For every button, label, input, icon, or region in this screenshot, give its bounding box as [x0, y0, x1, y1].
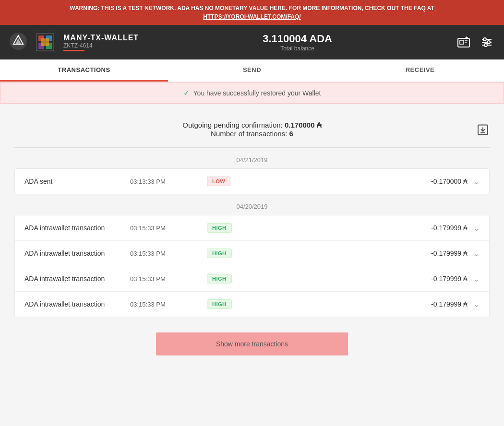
svg-point-19: [484, 44, 487, 47]
chevron-down-icon[interactable]: ⌄: [473, 274, 480, 284]
badge-high: HIGH: [207, 299, 232, 309]
badge-high: HIGH: [207, 248, 232, 258]
balance-amount: 3.110004 ADA: [139, 33, 456, 45]
chevron-down-icon[interactable]: ⌄: [473, 224, 480, 233]
tx-group-0: 04/21/2019 ADA sent 03:13:33 PM LOW -0.1…: [14, 152, 490, 194]
tx-amount: -0.179999 ₳: [245, 300, 473, 308]
date-divider-1: 04/20/2019: [14, 198, 490, 215]
tx-count-label: Number of transactions:: [211, 130, 287, 138]
header-center: 3.110004 ADA Total balance: [139, 33, 456, 52]
nav-tabs: TRANSACTIONS SEND RECEIVE: [0, 59, 504, 82]
header-right: [456, 35, 494, 50]
warning-link[interactable]: HTTPS://YOROI-WALLET.COM/FAQ/: [203, 13, 300, 20]
table-row[interactable]: ADA sent 03:13:33 PM LOW -0.170000 ₳ ⌄: [15, 169, 489, 194]
tx-badge: HIGH: [207, 299, 245, 309]
warning-banner: WARNING: THIS IS A TEST NETWORK. ADA HAS…: [0, 0, 504, 25]
tab-transactions[interactable]: TRANSACTIONS: [0, 59, 168, 82]
tx-group-rows-0: ADA sent 03:13:33 PM LOW -0.170000 ₳ ⌄: [14, 168, 490, 194]
tx-badge: HIGH: [207, 223, 245, 233]
tx-type: ADA intrawallet transaction: [24, 300, 130, 308]
pending-label: Outgoing pending confirmation:: [182, 121, 282, 129]
wallet-avatar: [35, 32, 56, 53]
tx-time: 03:15:33 PM: [130, 250, 207, 257]
chevron-down-icon[interactable]: ⌄: [473, 177, 480, 186]
active-indicator: [63, 50, 84, 51]
tx-type: ADA intrawallet transaction: [24, 224, 130, 232]
wallet-id: ZKTZ-4614: [63, 42, 139, 49]
header: MANY-TX-WALLET ZKTZ-4614 3.110004 ADA To…: [0, 25, 504, 59]
header-left: MANY-TX-WALLET ZKTZ-4614: [10, 32, 139, 53]
tx-amount: -0.179999 ₳: [245, 249, 473, 257]
success-banner: ✓ You have successfully restored your Wa…: [0, 82, 504, 104]
svg-rect-9: [41, 38, 49, 46]
warning-text: WARNING: THIS IS A TEST NETWORK. ADA HAS…: [70, 5, 434, 12]
success-text: You have successfully restored your Wall…: [193, 89, 321, 97]
tx-badge: HIGH: [207, 274, 245, 284]
tab-send[interactable]: SEND: [168, 59, 336, 82]
date-divider-0: 04/21/2019: [14, 152, 490, 168]
chevron-down-icon[interactable]: ⌄: [473, 300, 480, 309]
show-more-container: Show more transactions: [14, 321, 490, 367]
badge-low: LOW: [207, 177, 230, 186]
tx-time: 03:15:33 PM: [130, 301, 207, 308]
tx-group-rows-1: ADA intrawallet transaction 03:15:33 PM …: [14, 215, 490, 317]
table-row[interactable]: ADA intrawallet transaction 03:15:33 PM …: [15, 292, 489, 317]
success-icon: ✓: [183, 88, 190, 97]
svg-point-18: [487, 41, 490, 44]
wallet-info: MANY-TX-WALLET ZKTZ-4614: [63, 34, 139, 51]
export-button[interactable]: [476, 123, 490, 138]
tx-amount: -0.179999 ₳: [245, 275, 473, 283]
tab-receive[interactable]: RECEIVE: [336, 59, 504, 82]
tx-type: ADA intrawallet transaction: [24, 275, 130, 283]
tx-group-1: 04/20/2019 ADA intrawallet transaction 0…: [14, 198, 490, 317]
tx-badge: HIGH: [207, 248, 245, 258]
tx-badge: LOW: [207, 177, 245, 186]
send-icon-btn[interactable]: [456, 35, 471, 50]
badge-high: HIGH: [207, 274, 232, 284]
wallet-name: MANY-TX-WALLET: [63, 34, 139, 42]
table-row[interactable]: ADA intrawallet transaction 03:15:33 PM …: [15, 266, 489, 292]
content-area: Outgoing pending confirmation: 0.170000 …: [0, 104, 504, 377]
tx-time: 03:13:33 PM: [130, 178, 207, 185]
tx-amount: -0.170000 ₳: [245, 178, 473, 185]
pending-amount: 0.170000 ₳: [285, 121, 322, 129]
table-row[interactable]: ADA intrawallet transaction 03:15:33 PM …: [15, 241, 489, 266]
summary-section: Outgoing pending confirmation: 0.170000 …: [14, 113, 490, 147]
badge-high: HIGH: [207, 223, 232, 233]
svg-point-17: [483, 38, 486, 41]
svg-rect-11: [460, 40, 464, 44]
tx-type: ADA intrawallet transaction: [24, 249, 130, 257]
balance-label: Total balance: [139, 45, 456, 52]
chevron-down-icon[interactable]: ⌄: [473, 249, 480, 258]
settings-icon-btn[interactable]: [479, 35, 494, 50]
tx-count: 6: [289, 130, 293, 138]
tx-type: ADA sent: [24, 178, 130, 185]
app-logo[interactable]: [10, 33, 27, 52]
tx-time: 03:15:33 PM: [130, 225, 207, 232]
table-row[interactable]: ADA intrawallet transaction 03:15:33 PM …: [15, 215, 489, 241]
tx-amount: -0.179999 ₳: [245, 224, 473, 232]
show-more-button[interactable]: Show more transactions: [156, 332, 348, 355]
tx-time: 03:15:33 PM: [130, 275, 207, 283]
